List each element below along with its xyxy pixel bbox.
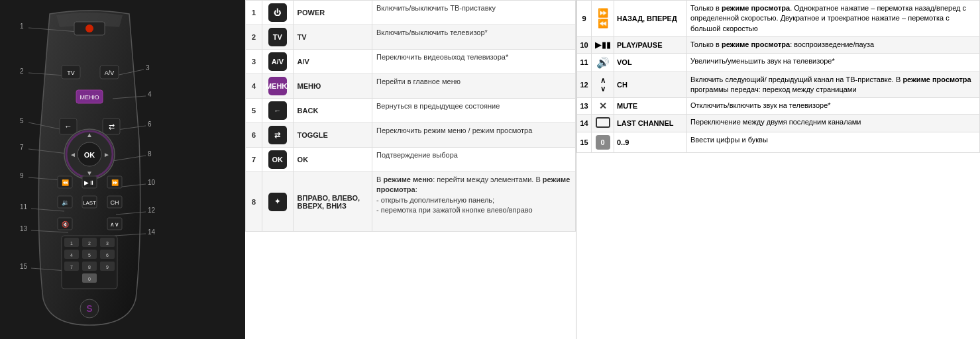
svg-text:1: 1 bbox=[70, 241, 73, 246]
svg-text:▶⏸: ▶⏸ bbox=[84, 179, 95, 186]
table-row: 2 TV TV Включить/выключить телевизор* bbox=[246, 25, 576, 50]
svg-text:6: 6 bbox=[106, 253, 109, 258]
svg-text:🔉: 🔉 bbox=[62, 199, 70, 207]
svg-text:4: 4 bbox=[148, 91, 152, 98]
row-number: 3 bbox=[246, 50, 262, 74]
row-number: 6 bbox=[246, 123, 262, 148]
row-number: 11 bbox=[577, 53, 592, 72]
svg-text:⏩: ⏩ bbox=[111, 179, 119, 187]
svg-text:∧∨: ∧∨ bbox=[110, 221, 119, 228]
svg-text:14: 14 bbox=[148, 228, 156, 236]
row-desc: Только в режиме просмотра: воспроизведен… bbox=[687, 37, 980, 53]
row-name: OK bbox=[293, 148, 372, 172]
row-number: 2 bbox=[246, 25, 262, 50]
svg-text:8: 8 bbox=[88, 265, 91, 269]
svg-text:▲: ▲ bbox=[86, 131, 93, 138]
table-row: 3 A/V A/V Переключить видеовыход телевиз… bbox=[246, 50, 576, 74]
table-row: 12 ∧∨ CH Включить следующий/ предыдущий … bbox=[577, 72, 980, 98]
row-icon: МЕНЮ bbox=[262, 74, 294, 99]
row-icon: ▶▮▮ bbox=[592, 37, 614, 53]
right-instruction-table: 9 ⏩⏪ НАЗАД, ВПЕРЕД Только в режиме просм… bbox=[576, 0, 980, 153]
row-name: POWER bbox=[293, 1, 372, 25]
row-number: 12 bbox=[577, 72, 592, 98]
row-desc: Только в режиме просмотра. Однократное н… bbox=[687, 1, 980, 37]
table-row: 10 ▶▮▮ PLAY/PAUSE Только в режиме просмо… bbox=[577, 37, 980, 53]
row-icon: ⏩⏪ bbox=[592, 1, 614, 37]
svg-text:►: ► bbox=[103, 151, 110, 158]
row-number: 10 bbox=[577, 37, 592, 53]
row-desc: Переключение между двумя последним канал… bbox=[687, 115, 980, 132]
row-desc: Вернуться в предыдущее состояние bbox=[372, 99, 575, 123]
row-name: TOGGLE bbox=[293, 123, 372, 148]
row-desc: Подтверждение выбора bbox=[372, 148, 575, 172]
row-desc: В режиме меню: перейти между элементами.… bbox=[372, 172, 575, 232]
svg-text:2: 2 bbox=[20, 68, 24, 75]
row-number: 13 bbox=[577, 98, 592, 115]
row-desc: Включить/выключить ТВ-приставку bbox=[372, 1, 575, 25]
table-row: 14 LAST CHANNEL Переключение между двумя… bbox=[577, 115, 980, 132]
svg-text:⇄: ⇄ bbox=[109, 122, 115, 130]
svg-text:CH: CH bbox=[111, 199, 119, 206]
row-name: ВПРАВО, ВЛЕВО, ВВЕРХ, ВНИЗ bbox=[293, 172, 372, 232]
row-icon: 🔊 bbox=[592, 53, 614, 72]
row-number: 1 bbox=[246, 1, 262, 25]
table-row: 7 OK OK Подтверждение выбора bbox=[246, 148, 576, 172]
row-icon: ← bbox=[262, 99, 294, 123]
row-name: МЕНЮ bbox=[293, 74, 372, 99]
svg-text:⏪: ⏪ bbox=[62, 179, 70, 187]
row-icon: ∧∨ bbox=[592, 72, 614, 98]
svg-text:9: 9 bbox=[20, 172, 24, 179]
row-desc: Увеличить/уменьшить звук на телевизоре* bbox=[687, 53, 980, 72]
row-number: 9 bbox=[577, 1, 592, 37]
row-icon: ⏻ bbox=[262, 1, 294, 25]
svg-text:8: 8 bbox=[148, 150, 152, 158]
svg-text:A/V: A/V bbox=[105, 70, 115, 76]
row-name: 0..9 bbox=[614, 132, 687, 153]
row-icon: ⇄ bbox=[262, 123, 294, 148]
row-name: PLAY/PAUSE bbox=[614, 37, 687, 53]
svg-text:12: 12 bbox=[148, 207, 156, 214]
svg-text:OK: OK bbox=[84, 151, 95, 159]
row-number: 8 bbox=[246, 172, 262, 232]
row-number: 5 bbox=[246, 99, 262, 123]
row-icon: TV bbox=[262, 25, 294, 50]
table-row: 13 ✕ MUTE Отключить/включить звук на тел… bbox=[577, 98, 980, 115]
row-icon: ✦ bbox=[262, 172, 294, 232]
svg-text:5: 5 bbox=[88, 253, 91, 258]
svg-text:S: S bbox=[86, 303, 92, 314]
row-icon: A/V bbox=[262, 50, 294, 74]
table-row: 6 ⇄ TOGGLE Переключить режим меню / режи… bbox=[246, 123, 576, 148]
row-desc: Включить следующий/ предыдущий канал на … bbox=[687, 72, 980, 98]
svg-text:0: 0 bbox=[88, 277, 91, 281]
svg-text:LAST: LAST bbox=[83, 200, 96, 206]
table-row: 5 ← BACK Вернуться в предыдущее состояни… bbox=[246, 99, 576, 123]
row-icon: 0 bbox=[592, 132, 614, 153]
table-row: 8 ✦ ВПРАВО, ВЛЕВО, ВВЕРХ, ВНИЗ В режиме … bbox=[246, 172, 576, 232]
table-row: 9 ⏩⏪ НАЗАД, ВПЕРЕД Только в режиме просм… bbox=[577, 1, 980, 37]
svg-text:11: 11 bbox=[20, 203, 28, 211]
row-name: CH bbox=[614, 72, 687, 98]
left-instruction-table: 1 ⏻ POWER Включить/выключить ТВ-приставк… bbox=[245, 0, 576, 232]
svg-text:🔇: 🔇 bbox=[62, 220, 70, 228]
row-desc: Включить/выключить телевизор* bbox=[372, 25, 575, 50]
svg-text:6: 6 bbox=[148, 121, 152, 128]
row-name: BACK bbox=[293, 99, 372, 123]
svg-text:▼: ▼ bbox=[86, 170, 93, 177]
table-row: 4 МЕНЮ МЕНЮ Перейти в главное меню bbox=[246, 74, 576, 99]
left-table: 1 ⏻ POWER Включить/выключить ТВ-приставк… bbox=[245, 0, 576, 339]
row-number: 4 bbox=[246, 74, 262, 99]
svg-text:3: 3 bbox=[106, 241, 109, 246]
svg-text:4: 4 bbox=[70, 253, 73, 258]
row-name: A/V bbox=[293, 50, 372, 74]
svg-text:7: 7 bbox=[70, 265, 73, 269]
row-number: 14 bbox=[577, 115, 592, 132]
svg-text:◄: ◄ bbox=[70, 151, 76, 158]
row-number: 7 bbox=[246, 148, 262, 172]
row-desc: Переключить режим меню / режим просмотра bbox=[372, 123, 575, 148]
row-name: НАЗАД, ВПЕРЕД bbox=[614, 1, 687, 37]
table-row: 15 0 0..9 Ввести цифры и буквы bbox=[577, 132, 980, 153]
svg-text:1: 1 bbox=[20, 23, 24, 30]
row-name: MUTE bbox=[614, 98, 687, 115]
remote-section: 1 2 3 4 5 6 7 8 9 bbox=[0, 0, 245, 339]
row-name: LAST CHANNEL bbox=[614, 115, 687, 132]
